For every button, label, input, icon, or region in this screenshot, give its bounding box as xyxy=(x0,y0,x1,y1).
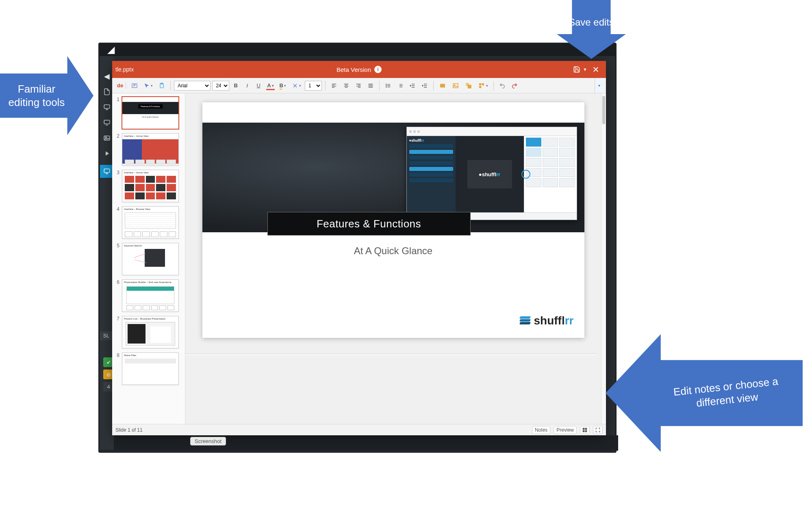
svg-rect-4 xyxy=(104,169,110,173)
slide-thumbnail[interactable]: Keyword Search xyxy=(122,243,179,275)
svg-rect-22 xyxy=(585,428,587,430)
thumb-number: 4 xyxy=(114,206,119,239)
grid-view-button[interactable] xyxy=(580,426,590,434)
slide-canvas-area: ●shufflrr ●shufflrr xyxy=(185,93,606,424)
bold-button[interactable]: B xyxy=(231,80,241,91)
svg-point-10 xyxy=(386,84,386,84)
slide-subheading[interactable]: At A Quick Glance xyxy=(202,245,584,257)
svg-rect-14 xyxy=(453,83,458,88)
svg-rect-23 xyxy=(583,430,585,432)
shape-image-icon[interactable] xyxy=(450,80,461,91)
slide-heading[interactable]: Features & Functions xyxy=(267,212,471,236)
shape-rect-icon[interactable] xyxy=(437,80,448,91)
svg-rect-0 xyxy=(104,105,110,108)
clear-format-icon[interactable]: ▾ xyxy=(290,80,303,91)
redo-icon[interactable] xyxy=(509,80,520,91)
slide-thumbnail[interactable]: Interface – Home View xyxy=(122,170,179,202)
background-bottom-strip xyxy=(100,435,618,451)
number-list-icon[interactable] xyxy=(395,80,406,91)
text-box-icon[interactable] xyxy=(129,80,140,91)
svg-rect-21 xyxy=(583,428,585,430)
align-right-icon[interactable] xyxy=(353,80,364,91)
embedded-screenshot: ●shufflrr ●shufflrr xyxy=(406,127,577,220)
document-name: tle.pptx xyxy=(115,66,134,73)
slide-thumbnail[interactable]: Presentation Builder – End-user Experien… xyxy=(122,279,179,312)
slide-thumbnail[interactable]: Interface – Browse View xyxy=(122,206,179,239)
vertical-scrollbar[interactable] xyxy=(601,93,606,424)
italic-button[interactable]: I xyxy=(242,80,252,91)
font-family-select[interactable]: Arial xyxy=(174,81,211,91)
highlight-color-button[interactable]: B▾ xyxy=(278,80,288,91)
background-brand: ◢ xyxy=(108,45,115,55)
thumb-title: Features & Functions xyxy=(138,104,163,108)
slide-thumbnail[interactable]: Present Live – Broadcast Presentation xyxy=(122,316,179,348)
save-button[interactable] xyxy=(570,63,584,76)
svg-rect-24 xyxy=(585,430,587,432)
align-justify-icon[interactable] xyxy=(365,80,376,91)
scrollbar-thumb[interactable] xyxy=(602,96,605,124)
slide-thumbnails-panel[interactable]: 1 Features & Functions At A Quick Glance… xyxy=(112,93,185,424)
underline-button[interactable]: U xyxy=(254,80,263,91)
file-icon[interactable] xyxy=(103,88,111,96)
font-size-select[interactable]: 24 xyxy=(212,81,229,91)
play-icon[interactable] xyxy=(103,149,111,158)
back-arrow-icon[interactable]: ◀ xyxy=(103,72,111,80)
slide-thumbnail[interactable]: Features & Functions At A Quick Glance xyxy=(122,97,179,129)
callout-notes-views: Edit notes or choose a different view xyxy=(606,334,803,452)
thumb-number: 5 xyxy=(114,243,119,275)
callout-editing-tools: Familiar editing tools xyxy=(0,56,93,135)
toolbar-mode[interactable]: de xyxy=(115,82,126,89)
close-button[interactable] xyxy=(589,63,603,76)
shape-group-icon[interactable] xyxy=(463,80,474,91)
thumb-number: 2 xyxy=(114,133,119,166)
align-left-icon[interactable] xyxy=(329,80,339,91)
slide-thumbnail[interactable]: Interface – Home View xyxy=(122,133,179,166)
info-icon[interactable]: i xyxy=(374,66,382,73)
background-slides-pill[interactable]: SL xyxy=(100,331,113,340)
shape-more-icon[interactable]: ▾ xyxy=(476,80,490,91)
select-icon[interactable]: ▾ xyxy=(141,80,155,91)
paste-icon[interactable] xyxy=(156,80,167,91)
align-center-icon[interactable] xyxy=(341,80,352,91)
separator xyxy=(433,81,434,91)
monitor-active-icon[interactable] xyxy=(100,165,114,178)
separator xyxy=(325,81,326,91)
fit-button[interactable] xyxy=(593,426,603,434)
notes-divider[interactable] xyxy=(185,353,596,356)
font-color-button[interactable]: A▾ xyxy=(265,80,276,91)
indent-icon[interactable] xyxy=(419,80,430,91)
monitor-icon[interactable] xyxy=(103,119,111,127)
svg-point-3 xyxy=(105,137,106,138)
notes-button[interactable]: Notes xyxy=(532,426,550,434)
titlebar: tle.pptx Beta Version i ▼ xyxy=(112,61,606,78)
thumb-number: 3 xyxy=(114,170,119,202)
svg-rect-13 xyxy=(440,84,445,87)
outdent-icon[interactable] xyxy=(407,80,418,91)
save-dropdown-caret[interactable]: ▼ xyxy=(583,67,587,72)
line-spacing-select[interactable]: 1 xyxy=(305,81,322,91)
toolbar-overflow[interactable]: ▾ xyxy=(595,78,604,93)
screenshot-tag: Screenshot xyxy=(190,437,226,445)
embedded-panel: ●shufflrr xyxy=(467,160,512,188)
callout-text: Familiar editing tools xyxy=(4,82,69,109)
slide-canvas-scroll[interactable]: ●shufflrr ●shufflrr xyxy=(185,93,601,424)
slide-brand: shufflrr xyxy=(520,314,573,327)
current-slide[interactable]: ●shufflrr ●shufflrr xyxy=(202,102,584,338)
svg-rect-19 xyxy=(482,83,484,85)
thumb-row: 1 Features & Functions At A Quick Glance xyxy=(112,93,185,130)
separator xyxy=(493,81,494,91)
preview-button[interactable]: Preview xyxy=(554,426,577,434)
beta-label: Beta Version xyxy=(337,66,371,73)
titlebar-center: Beta Version i xyxy=(337,66,382,73)
thumb-title: Interface – Browse View xyxy=(124,208,177,210)
thumb-number: 6 xyxy=(114,279,119,312)
svg-point-11 xyxy=(386,85,386,86)
monitor-plus-icon[interactable] xyxy=(103,103,111,111)
bullet-list-icon[interactable] xyxy=(383,80,393,91)
slide-thumbnail[interactable]: Share Files xyxy=(122,352,179,385)
undo-icon[interactable] xyxy=(497,80,508,91)
image-icon[interactable] xyxy=(103,134,111,142)
thumb-title: Presentation Builder – End-user Experien… xyxy=(124,281,177,283)
callout-text: Edit notes or choose a different view xyxy=(654,372,800,414)
stack-icon xyxy=(520,316,530,325)
